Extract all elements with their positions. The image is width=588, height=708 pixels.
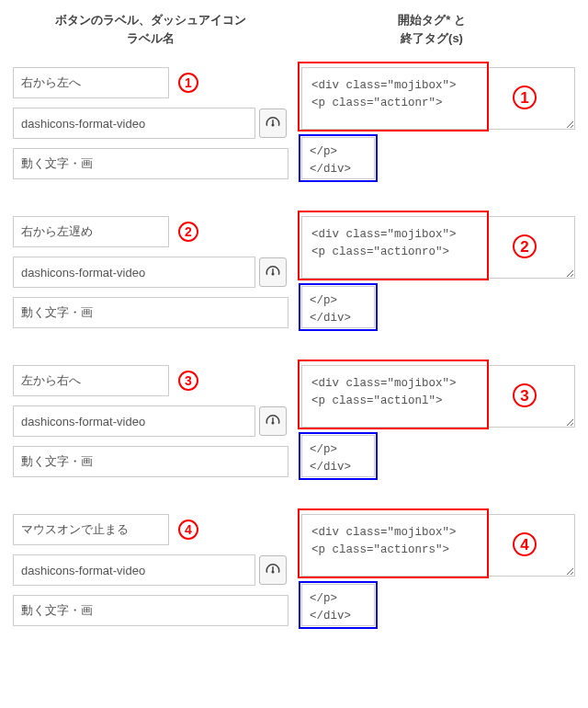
right-column: <div class="mojibox"> <p class="actionro… <box>301 216 575 328</box>
description-row <box>13 595 288 626</box>
description-row <box>13 446 288 477</box>
right-column: <div class="mojibox"> <p class="actionr"… <box>301 67 575 179</box>
annotation-number-right: 4 <box>513 532 537 556</box>
gauge-icon <box>265 114 281 133</box>
end-tag-textarea[interactable]: </p> </div> <box>301 584 375 626</box>
header-left-line1: ボタンのラベル、ダッシュアイコン <box>55 13 246 27</box>
dashicon-picker-button[interactable] <box>259 406 287 436</box>
button-label-input[interactable] <box>13 216 169 247</box>
left-column: 4 <box>13 514 288 626</box>
start-tag-wrap: <div class="mojibox"> <p class="actionl"… <box>301 365 575 428</box>
left-column: 1 <box>13 67 288 179</box>
right-column: <div class="mojibox"> <p class="actionl"… <box>301 365 575 477</box>
dashicon-row <box>13 554 288 586</box>
header-right-line1: 開始タグ* と <box>398 13 466 27</box>
button-label-input[interactable] <box>13 365 169 396</box>
dashicon-row <box>13 108 288 139</box>
end-tag-wrap: </p> </div> <box>301 435 575 477</box>
config-row: 2<div class="mojibox"> <p class="actionr… <box>13 216 575 328</box>
label-name-input[interactable] <box>13 595 288 626</box>
header-right: 開始タグ* と 終了タグ(s) <box>288 11 575 47</box>
dashicon-picker-button[interactable] <box>259 108 287 138</box>
annotation-number-left: 1 <box>178 73 198 93</box>
annotation-number-left: 4 <box>178 520 198 540</box>
header-left: ボタンのラベル、ダッシュアイコン ラベル名 <box>13 11 288 47</box>
end-tag-textarea[interactable]: </p> </div> <box>301 137 375 179</box>
start-tag-wrap: <div class="mojibox"> <p class="actionr"… <box>301 67 575 130</box>
dashicon-row <box>13 405 288 437</box>
start-tag-wrap: <div class="mojibox"> <p class="actionro… <box>301 216 575 279</box>
button-label-input[interactable] <box>13 514 169 545</box>
dashicon-input[interactable] <box>13 405 255 437</box>
left-column: 2 <box>13 216 288 328</box>
label-name-input[interactable] <box>13 148 288 179</box>
button-label-input[interactable] <box>13 67 169 98</box>
config-row: 3<div class="mojibox"> <p class="actionl… <box>13 365 575 477</box>
end-tag-textarea[interactable]: </p> </div> <box>301 286 375 328</box>
end-tag-wrap: </p> </div> <box>301 584 575 626</box>
annotation-number-left: 2 <box>178 222 198 242</box>
gauge-icon <box>265 412 281 431</box>
gauge-icon <box>265 561 281 580</box>
dashicon-picker-button[interactable] <box>259 555 287 585</box>
dashicon-picker-button[interactable] <box>259 257 287 287</box>
annotation-number-right: 1 <box>513 86 537 109</box>
annotation-number-left: 3 <box>178 371 198 391</box>
header-right-line2: 終了タグ(s) <box>401 31 463 45</box>
config-row: 4<div class="mojibox"> <p class="actionr… <box>13 514 575 626</box>
description-row <box>13 148 288 179</box>
label-row: 2 <box>13 216 288 247</box>
dashicon-input[interactable] <box>13 554 255 586</box>
label-row: 1 <box>13 67 288 98</box>
label-row: 3 <box>13 365 288 396</box>
dashicon-input[interactable] <box>13 257 255 288</box>
label-row: 4 <box>13 514 288 545</box>
start-tag-wrap: <div class="mojibox"> <p class="actionrs… <box>301 514 575 577</box>
dashicon-row <box>13 257 288 288</box>
annotation-number-right: 2 <box>513 234 537 258</box>
label-name-input[interactable] <box>13 297 288 328</box>
column-headers: ボタンのラベル、ダッシュアイコン ラベル名 開始タグ* と 終了タグ(s) <box>13 11 575 47</box>
end-tag-wrap: </p> </div> <box>301 137 575 179</box>
dashicon-input[interactable] <box>13 108 255 139</box>
end-tag-textarea[interactable]: </p> </div> <box>301 435 375 477</box>
gauge-icon <box>265 263 281 282</box>
config-row: 1<div class="mojibox"> <p class="actionr… <box>13 67 575 179</box>
description-row <box>13 297 288 328</box>
annotation-number-right: 3 <box>513 383 537 407</box>
label-name-input[interactable] <box>13 446 288 477</box>
end-tag-wrap: </p> </div> <box>301 286 575 328</box>
right-column: <div class="mojibox"> <p class="actionrs… <box>301 514 575 626</box>
left-column: 3 <box>13 365 288 477</box>
header-left-line2: ラベル名 <box>127 31 175 45</box>
